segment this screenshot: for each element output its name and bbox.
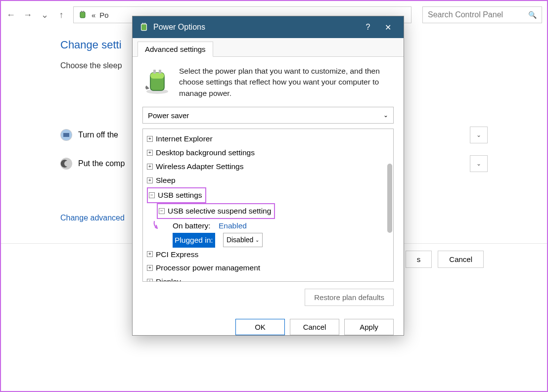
search-input[interactable]: Search Control Panel 🔍 [422, 6, 542, 23]
svg-rect-7 [142, 23, 143, 24]
ok-button[interactable]: OK [235, 319, 285, 335]
breadcrumb-text: Po [99, 11, 108, 19]
svg-rect-11 [150, 73, 164, 79]
tree-display[interactable]: Display [156, 275, 181, 282]
expand-icon[interactable]: + [147, 251, 153, 257]
tab-row: Advanced settings [133, 38, 404, 57]
collapse-icon[interactable]: − [149, 192, 155, 198]
forward-button[interactable]: → [23, 10, 33, 20]
cancel-button-bg[interactable]: Cancel [438, 251, 484, 268]
dialog-buttons: OK Cancel Apply [133, 312, 404, 335]
on-battery-value[interactable]: Enabled [219, 219, 247, 233]
svg-rect-4 [63, 133, 69, 137]
turn-off-dropdown[interactable]: ⌄ [470, 127, 488, 143]
tree-sleep[interactable]: Sleep [156, 174, 176, 187]
expand-icon[interactable]: + [147, 177, 153, 183]
chevron-down-icon: ⌄ [255, 236, 259, 245]
expand-icon[interactable]: + [147, 279, 153, 282]
power-options-dialog: Power Options ? ✕ Advanced settings Sele… [132, 16, 404, 336]
on-battery-label: On battery: [173, 219, 211, 233]
search-icon: 🔍 [528, 11, 537, 19]
intro-section: Select the power plan that you want to c… [133, 57, 404, 104]
back-button[interactable]: ← [6, 10, 16, 20]
restore-defaults-button[interactable]: Restore plan defaults [305, 289, 394, 306]
expand-icon[interactable]: + [147, 150, 153, 156]
expand-icon[interactable]: + [147, 164, 153, 170]
tree-wireless[interactable]: Wireless Adapter Settings [156, 160, 243, 174]
svg-rect-12 [153, 70, 156, 74]
plugged-in-label: Plugged in: [173, 233, 215, 248]
titlebar: Power Options ? ✕ [133, 16, 404, 38]
tree-usb[interactable]: USB settings [158, 188, 202, 202]
plugged-in-value[interactable]: Disabled⌄ [223, 233, 263, 247]
dialog-title: Power Options [153, 23, 205, 32]
turn-off-display-label: Turn off the [78, 131, 118, 139]
display-off-icon [60, 129, 72, 141]
tree-usb-selective[interactable]: USB selective suspend setting [168, 204, 271, 218]
sleep-dropdown[interactable]: ⌄ [470, 155, 488, 172]
search-placeholder: Search Control Panel [428, 10, 503, 19]
advanced-link[interactable]: Change advanced [60, 214, 125, 222]
up-button[interactable]: ↑ [56, 10, 66, 20]
svg-rect-2 [83, 11, 84, 12]
svg-rect-13 [159, 70, 161, 74]
svg-rect-1 [81, 11, 82, 12]
chevron-down-icon: ⌄ [383, 112, 388, 119]
apply-button[interactable]: Apply [344, 319, 394, 335]
battery-large-icon [142, 66, 172, 95]
svg-rect-8 [144, 23, 145, 24]
battery-icon [138, 22, 149, 33]
cancel-button[interactable]: Cancel [290, 319, 339, 335]
breadcrumb-prefix: « [91, 11, 95, 19]
power-plan-select[interactable]: Power saver ⌄ [142, 107, 394, 124]
intro-text: Select the power plan that you want to c… [179, 66, 394, 99]
sleep-label: Put the comp [78, 159, 125, 168]
close-button[interactable]: ✕ [378, 16, 398, 38]
scrollbar[interactable] [387, 164, 392, 233]
highlight-usb-settings: −USB settings [147, 187, 206, 203]
expand-icon[interactable]: + [147, 265, 153, 271]
save-button-bg[interactable]: s [406, 251, 432, 268]
settings-tree: +Internet Explorer +Desktop background s… [142, 129, 394, 282]
svg-rect-0 [80, 12, 85, 18]
tab-advanced-settings[interactable]: Advanced settings [137, 42, 213, 57]
tree-proc[interactable]: Processor power management [156, 261, 260, 275]
power-plan-value: Power saver [148, 111, 189, 120]
tree-pci[interactable]: PCI Express [156, 248, 198, 261]
tree-ie[interactable]: Internet Explorer [156, 132, 213, 146]
help-button[interactable]: ? [358, 16, 378, 38]
sleep-icon [60, 158, 72, 170]
recent-dropdown[interactable]: ⌄ [40, 10, 49, 20]
svg-rect-6 [141, 24, 147, 30]
expand-icon[interactable]: + [147, 136, 153, 142]
power-icon [78, 10, 88, 20]
collapse-icon[interactable]: − [159, 208, 165, 214]
highlight-usb-selective: −USB selective suspend setting [157, 203, 275, 219]
tree-desktop[interactable]: Desktop background settings [156, 146, 255, 160]
